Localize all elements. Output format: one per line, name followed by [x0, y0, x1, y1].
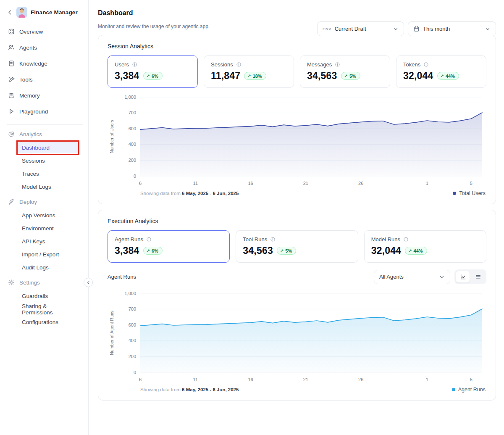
- svg-text:26: 26: [358, 377, 363, 382]
- header-controls: ENV Current Draft This month: [317, 21, 496, 36]
- sidebar-item-guardrails[interactable]: Guardrails: [18, 290, 78, 302]
- sidebar-item-label: Audit Logs: [22, 264, 49, 271]
- sidebar-item-configurations[interactable]: Configurations: [18, 316, 78, 328]
- session-analytics-title: Session Analytics: [108, 43, 486, 50]
- svg-text:0: 0: [134, 174, 136, 179]
- stat-label: Tool Runs: [243, 236, 267, 243]
- sidebar-item-label: Traces: [22, 171, 39, 177]
- sidebar-item-label: Import / Export: [22, 251, 59, 258]
- svg-text:26: 26: [358, 181, 363, 186]
- svg-text:1: 1: [426, 377, 428, 382]
- sidebar-item-traces[interactable]: Traces: [18, 168, 78, 179]
- info-icon[interactable]: [270, 237, 276, 242]
- svg-text:6: 6: [139, 377, 142, 382]
- memory-icon: [8, 92, 15, 99]
- stat-label: Sessions: [211, 61, 233, 68]
- line-chart-view-button[interactable]: [456, 271, 470, 283]
- stat-delta-value: 6%: [152, 248, 158, 253]
- sidebar-sections: AnalyticsDashboardSessionsTracesModel Lo…: [6, 127, 84, 328]
- sidebar-item-import-export[interactable]: Import / Export: [18, 249, 78, 260]
- stat-value: 32,044: [403, 70, 433, 82]
- sidebar-item-label: Model Logs: [22, 184, 51, 190]
- sidebar-item-environment[interactable]: Environment: [18, 223, 78, 234]
- stat-label: Model Runs: [371, 236, 400, 243]
- sidebar-item-label: Dashboard: [22, 145, 50, 151]
- svg-text:5: 5: [470, 377, 472, 382]
- info-icon[interactable]: [423, 62, 429, 67]
- session-stat-card-users[interactable]: Users3,384↗6%: [108, 55, 198, 88]
- stat-delta-value: 18%: [253, 74, 262, 79]
- stat-delta-badge: ↗6%: [143, 72, 163, 80]
- session-stat-card-sessions[interactable]: Sessions11,847↗18%: [204, 55, 294, 88]
- app-avatar: [16, 7, 27, 18]
- table-view-button[interactable]: [471, 271, 485, 283]
- legend-dot: [452, 388, 455, 391]
- trend-up-icon: ↗: [344, 74, 348, 78]
- sidebar-item-model-logs[interactable]: Model Logs: [18, 181, 78, 192]
- sidebar-section-analytics[interactable]: Analytics: [6, 127, 84, 141]
- agents-icon: [8, 44, 15, 51]
- sidebar-item-tools[interactable]: Tools: [6, 71, 84, 87]
- legend-dot: [453, 192, 456, 195]
- svg-text:1: 1: [426, 181, 428, 186]
- svg-text:700: 700: [129, 110, 136, 115]
- session-stats-row: Users3,384↗6%Sessions11,847↗18%Messages3…: [108, 55, 486, 88]
- sidebar-item-sharing-permissions[interactable]: Sharing & Permissions: [18, 303, 78, 315]
- execution-chart-footer: Showing data from 6 May, 2025 - 6 Jun, 2…: [140, 387, 486, 393]
- date-range-select[interactable]: This month: [408, 21, 496, 36]
- analytics-icon: [8, 131, 15, 137]
- sidebar-item-memory[interactable]: Memory: [6, 87, 84, 103]
- info-icon[interactable]: [403, 237, 409, 242]
- sidebar-item-label: Overview: [19, 29, 43, 35]
- execution-stat-card-tool-runs[interactable]: Tool Runs34,563↗5%: [236, 230, 358, 263]
- agent-filter-select[interactable]: All Agents: [374, 270, 450, 284]
- info-icon[interactable]: [335, 62, 340, 67]
- sidebar-item-audit-logs[interactable]: Audit Logs: [18, 262, 78, 273]
- sidebar-item-agents[interactable]: Agents: [6, 40, 84, 55]
- execution-date-range-note: Showing data from 6 May, 2025 - 6 Jun, 2…: [140, 387, 239, 392]
- sidebar-item-sessions[interactable]: Sessions: [18, 155, 78, 166]
- sidebar-item-label: Guardrails: [22, 293, 48, 299]
- sidebar-item-label: App Versions: [22, 212, 55, 219]
- execution-stat-card-model-runs[interactable]: Model Runs32,044↗44%: [364, 230, 486, 263]
- sidebar-collapse-button[interactable]: [84, 278, 93, 287]
- stat-delta-value: 44%: [446, 74, 455, 79]
- sidebar-item-label: API Keys: [22, 238, 45, 245]
- svg-text:400: 400: [129, 338, 136, 343]
- overview-icon: [8, 28, 15, 35]
- stat-delta-value: 6%: [152, 74, 158, 79]
- execution-analytics-panel: Execution Analytics Agent Runs3,384↗6%To…: [98, 210, 496, 401]
- svg-text:Number of Agent Runs: Number of Agent Runs: [109, 311, 114, 355]
- sidebar-item-app-versions[interactable]: App Versions: [18, 210, 78, 221]
- info-icon[interactable]: [132, 62, 137, 67]
- sidebar-section-deploy[interactable]: Deploy: [6, 195, 84, 209]
- stat-delta-value: 5%: [349, 74, 356, 79]
- info-icon[interactable]: [146, 237, 152, 242]
- chevron-down-icon: [439, 274, 445, 280]
- svg-text:600: 600: [129, 322, 136, 327]
- sidebar-item-knowledge[interactable]: Knowledge: [6, 55, 84, 71]
- environment-select-value: Current Draft: [335, 26, 389, 32]
- stat-delta-badge: ↗44%: [405, 247, 427, 255]
- sidebar-item-label: Configurations: [22, 319, 58, 325]
- stat-label: Agent Runs: [115, 236, 143, 243]
- sidebar-section-settings[interactable]: Settings: [6, 275, 84, 290]
- sidebar-item-label: Environment: [22, 225, 54, 232]
- sidebar-item-playground[interactable]: Playground: [6, 103, 84, 119]
- svg-text:5: 5: [470, 181, 472, 186]
- session-stat-card-messages[interactable]: Messages34,563↗5%: [300, 55, 390, 88]
- back-chevron-icon[interactable]: [7, 9, 13, 16]
- sidebar-section-label: Deploy: [19, 199, 37, 205]
- sidebar-item-dashboard[interactable]: Dashboard: [18, 142, 78, 153]
- execution-stat-card-agent-runs[interactable]: Agent Runs3,384↗6%: [108, 230, 230, 263]
- trend-up-icon: ↗: [280, 249, 284, 253]
- environment-select[interactable]: ENV Current Draft: [317, 21, 404, 36]
- trend-up-icon: ↗: [147, 249, 150, 253]
- info-icon[interactable]: [236, 62, 242, 67]
- sidebar-item-api-keys[interactable]: API Keys: [18, 236, 78, 247]
- agent-runs-area-chart: 1,000700600400200061116212615Number of A…: [108, 289, 486, 386]
- sidebar-item-overview[interactable]: Overview: [6, 24, 84, 40]
- sidebar-section-label: Analytics: [19, 131, 42, 137]
- page-title: Dashboard: [98, 9, 496, 17]
- session-stat-card-tokens[interactable]: Tokens32,044↗44%: [396, 55, 486, 88]
